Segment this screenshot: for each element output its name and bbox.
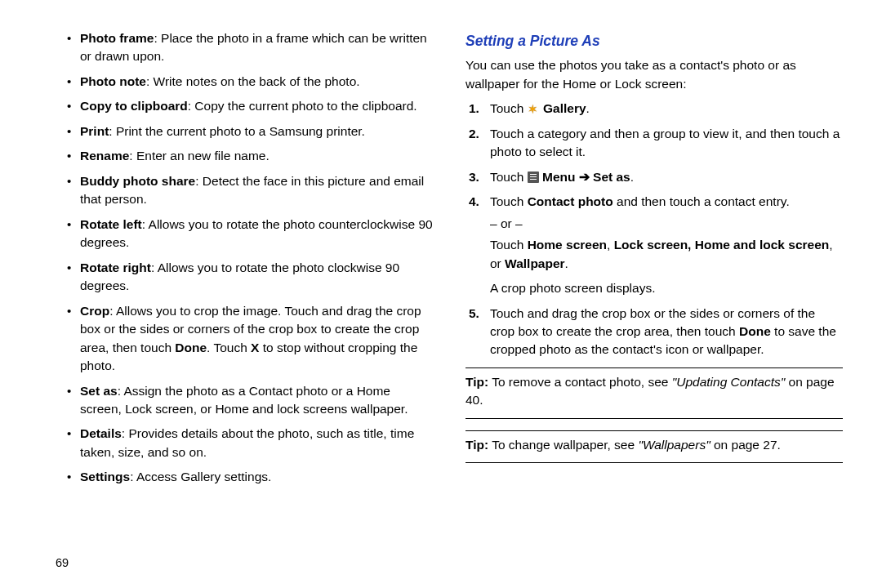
tip-lead: Tip: (466, 375, 488, 389)
step-4b: Touch Home screen, Lock screen, Home and… (490, 236, 843, 273)
rule (466, 430, 843, 431)
or-line: – or – (490, 215, 843, 233)
steps-list: 1. Touch Gallery. 2. Touch a category an… (466, 100, 843, 359)
list-item: Copy to clipboard: Copy the current phot… (57, 97, 434, 115)
step-number: 3. (469, 168, 479, 186)
left-bullet-list: Photo frame: Place the photo in a frame … (57, 29, 434, 487)
step-1: 1. Touch Gallery. (466, 100, 843, 118)
step-text-mid: and then touch a contact entry. (613, 194, 790, 208)
gallery-icon (528, 102, 540, 114)
term: Print (80, 124, 109, 138)
term: Settings (80, 470, 130, 483)
list-item: Photo frame: Place the photo in a frame … (57, 29, 434, 66)
step-text-pre: Touch (490, 194, 528, 208)
menu-icon (528, 172, 539, 183)
step-number: 1. (469, 100, 479, 118)
section-heading: Setting a Picture As (466, 29, 843, 51)
desc-p2: . Touch (207, 341, 251, 354)
desc: : Provides details about the photo, such… (80, 426, 414, 458)
step-5: 5. Touch and drag the crop box or the si… (466, 305, 843, 359)
tip-text: To remove a contact photo, see (488, 375, 672, 389)
term: Buddy photo share (80, 174, 195, 188)
term: Set as (80, 384, 118, 398)
gallery-label: Gallery (540, 101, 586, 115)
tip-text: To change wallpaper, see (488, 438, 638, 452)
list-item: Print: Print the current photo to a Sams… (57, 122, 434, 140)
t: Touch (490, 238, 528, 252)
setas-label: Set as (590, 170, 630, 184)
step-number: 4. (469, 193, 479, 211)
rule (466, 368, 843, 368)
term: Rotate left (80, 217, 142, 231)
list-item: Rotate left: Allows you to rotate the ph… (57, 216, 434, 252)
list-item-setas: Set as: Assign the photo as a Contact ph… (57, 382, 434, 419)
step-3: 3. Touch Menu ➔ Set as. (466, 168, 843, 186)
step-text-pre: Touch (490, 101, 528, 115)
tip-1: Tip: To remove a contact photo, see "Upd… (466, 373, 843, 410)
t: , (607, 238, 614, 252)
list-item-details: Details: Provides details about the phot… (57, 425, 434, 461)
done-label: Done (175, 341, 207, 354)
list-item: Buddy photo share: Detect the face in th… (57, 172, 434, 209)
page-number: 69 (56, 555, 69, 572)
step-text-pre: Touch (490, 170, 528, 184)
tip-post: on page 27. (710, 438, 781, 452)
left-column: Photo frame: Place the photo in a frame … (57, 29, 457, 572)
desc: : Copy the current photo to the clipboar… (188, 99, 417, 113)
step-text: Touch a category and then a group to vie… (490, 127, 840, 158)
desc: : Access Gallery settings. (130, 470, 271, 483)
rule (466, 418, 843, 419)
tip-2: Tip: To change wallpaper, see "Wallpaper… (466, 436, 843, 454)
desc: : Enter an new file name. (129, 149, 269, 163)
wallpaper-label: Wallpaper (505, 256, 565, 270)
desc: : Print the current photo to a Samsung p… (109, 124, 365, 138)
step-number: 5. (469, 305, 479, 323)
desc: : Assign the photo as a Contact photo or… (80, 384, 408, 416)
step-text-post: . (586, 101, 590, 115)
step-number: 2. (469, 125, 479, 143)
done-label: Done (739, 324, 771, 338)
rule (466, 462, 843, 463)
menu-label: Menu (539, 170, 579, 184)
term: Copy to clipboard (80, 99, 188, 113)
term: Photo note (80, 74, 146, 88)
list-item: Rename: Enter an new file name. (57, 147, 434, 165)
desc: : Write notes on the back of the photo. (146, 74, 360, 88)
term: Crop (80, 304, 109, 318)
arrow-icon: ➔ (579, 170, 590, 184)
tip-link: "Wallpapers" (638, 438, 710, 452)
list-item: Rotate right: Allows you to rotate the p… (57, 259, 434, 296)
step-4: 4. Touch Contact photo and then touch a … (466, 193, 843, 297)
list-item-settings: Settings: Access Gallery settings. (57, 468, 434, 486)
tip-link: "Updating Contacts" (672, 375, 786, 389)
contact-photo-label: Contact photo (528, 194, 613, 208)
term: Photo frame (80, 31, 154, 45)
page: Photo frame: Place the photo in a frame … (0, 0, 882, 588)
home-screen-label: Home screen (528, 238, 607, 252)
term: Rotate right (80, 261, 151, 274)
term: Rename (80, 149, 129, 163)
right-column: Setting a Picture As You can use the pho… (457, 29, 843, 572)
t: . (565, 256, 568, 270)
intro-text: You can use the photos you take as a con… (466, 56, 843, 93)
lock-screen-label: Lock screen, Home and lock screen (614, 238, 830, 252)
step-4c: A crop photo screen displays. (490, 279, 843, 297)
step-2: 2. Touch a category and then a group to … (466, 125, 843, 162)
term: Details (80, 426, 122, 440)
x-label: X (251, 341, 259, 354)
list-item-crop: Crop: Allows you to crop the image. Touc… (57, 302, 434, 376)
tip-lead: Tip: (466, 438, 488, 452)
step-text-post: . (630, 170, 634, 184)
list-item: Photo note: Write notes on the back of t… (57, 73, 434, 91)
